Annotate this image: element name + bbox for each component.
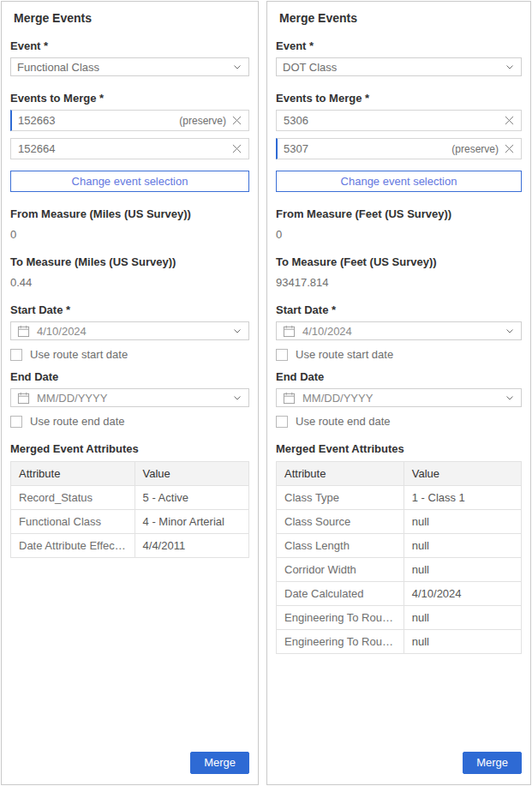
end-date-placeholder: MM/DD/YYYY: [302, 392, 505, 405]
merged-event-attributes-title: Merged Event Attributes: [10, 442, 249, 455]
value-cell: null: [403, 558, 521, 582]
preserve-tag: (preserve): [451, 143, 499, 155]
attribute-cell: Engineering To Route ...: [277, 630, 404, 654]
table-row: Class Length null: [277, 534, 522, 558]
attribute-cell: Corridor Width: [277, 558, 404, 582]
value-cell: null: [403, 606, 521, 630]
value-cell: 4/4/2011: [134, 534, 248, 558]
calendar-icon: [17, 392, 30, 405]
from-measure-label: From Measure (Feet (US Survey)): [276, 207, 522, 220]
chevron-down-icon: [505, 393, 515, 403]
merged-event-attributes-table: Attribute Value Class Type 1 - Class 1 C…: [276, 461, 522, 654]
events-to-merge-label: Events to Merge *: [10, 92, 249, 105]
page-title: Merge Events: [14, 11, 249, 25]
to-measure-label: To Measure (Feet (US Survey)): [276, 255, 522, 268]
events-to-merge-label: Events to Merge *: [276, 92, 522, 105]
chevron-down-icon: [505, 62, 515, 72]
attribute-column-header: Attribute: [277, 462, 404, 486]
merged-event-attributes-title: Merged Event Attributes: [276, 442, 522, 455]
end-date-picker[interactable]: MM/DD/YYYY: [10, 388, 249, 407]
remove-event-icon[interactable]: [232, 116, 242, 125]
event-id: 152663: [18, 114, 179, 127]
to-measure-value: 0.44: [10, 276, 249, 289]
remove-event-icon[interactable]: [232, 144, 242, 153]
calendar-icon: [283, 325, 296, 338]
use-route-start-date-label: Use route start date: [296, 348, 393, 361]
remove-event-icon[interactable]: [505, 144, 514, 153]
use-route-end-date-label: Use route end date: [30, 415, 125, 428]
merge-button[interactable]: Merge: [190, 752, 249, 774]
from-measure-label: From Measure (Miles (US Survey)): [10, 207, 249, 220]
value-cell: 4 - Minor Arterial: [134, 510, 248, 534]
chevron-down-icon: [232, 326, 242, 336]
value-cell: 1 - Class 1: [403, 486, 521, 510]
attribute-cell: Class Source: [277, 510, 404, 534]
event-label: Event *: [10, 39, 249, 52]
attribute-cell: Date Calculated: [277, 582, 404, 606]
event-to-merge-input[interactable]: 152664: [10, 138, 249, 159]
table-row: Engineering To RouteID null: [277, 606, 522, 630]
table-row: Record_Status 5 - Active: [11, 486, 249, 510]
value-column-header: Value: [403, 462, 521, 486]
value-cell: 5 - Active: [134, 486, 248, 510]
checkbox-icon: [10, 416, 22, 428]
use-route-end-date-label: Use route end date: [296, 415, 391, 428]
calendar-icon: [17, 325, 30, 338]
calendar-icon: [283, 392, 296, 405]
start-date-label: Start Date *: [276, 303, 522, 316]
change-event-selection-button[interactable]: Change event selection: [276, 171, 522, 192]
change-event-selection-button[interactable]: Change event selection: [10, 171, 249, 192]
to-measure-label: To Measure (Miles (US Survey)): [10, 255, 249, 268]
attribute-cell: Record_Status: [11, 486, 135, 510]
event-select[interactable]: Functional Class: [10, 57, 249, 76]
value-cell: null: [403, 534, 521, 558]
to-measure-value: 93417.814: [276, 276, 522, 289]
attribute-cell: Engineering To RouteID: [277, 606, 404, 630]
use-route-end-date-checkbox[interactable]: Use route end date: [10, 415, 249, 428]
attribute-cell: Functional Class: [11, 510, 135, 534]
checkbox-icon: [276, 416, 288, 428]
page-title: Merge Events: [279, 11, 522, 25]
event-to-merge-input[interactable]: 152663 (preserve): [10, 110, 249, 131]
value-column-header: Value: [134, 462, 248, 486]
table-header-row: Attribute Value: [11, 462, 249, 486]
attribute-cell: Class Type: [277, 486, 404, 510]
event-id: 5306: [284, 114, 505, 127]
chevron-down-icon: [505, 326, 515, 336]
merged-event-attributes-table: Attribute Value Record_Status 5 - Active…: [10, 461, 249, 558]
table-header-row: Attribute Value: [277, 462, 522, 486]
end-date-label: End Date: [276, 370, 522, 383]
merge-events-panel-functional-class: Merge Events Event * Functional Class Ev…: [1, 1, 259, 785]
event-id: 5307: [284, 142, 451, 155]
table-row: Functional Class 4 - Minor Arterial: [11, 510, 249, 534]
attribute-column-header: Attribute: [11, 462, 135, 486]
start-date-label: Start Date *: [10, 303, 249, 316]
event-select[interactable]: DOT Class: [276, 57, 522, 76]
use-route-start-date-label: Use route start date: [30, 348, 128, 361]
end-date-picker[interactable]: MM/DD/YYYY: [276, 388, 522, 407]
value-cell: null: [403, 510, 521, 534]
event-to-merge-input[interactable]: 5306: [276, 110, 522, 131]
checkbox-icon: [10, 349, 22, 361]
use-route-end-date-checkbox[interactable]: Use route end date: [276, 415, 522, 428]
use-route-start-date-checkbox[interactable]: Use route start date: [10, 348, 249, 361]
event-to-merge-input[interactable]: 5307 (preserve): [276, 138, 522, 159]
merge-events-panel-dot-class: Merge Events Event * DOT Class Events to…: [266, 1, 531, 785]
value-cell: 4/10/2024: [403, 582, 521, 606]
chevron-down-icon: [232, 393, 242, 403]
start-date-value: 4/10/2024: [302, 325, 505, 338]
end-date-placeholder: MM/DD/YYYY: [37, 392, 232, 405]
start-date-picker[interactable]: 4/10/2024: [276, 321, 522, 340]
attribute-cell: Class Length: [277, 534, 404, 558]
use-route-start-date-checkbox[interactable]: Use route start date: [276, 348, 522, 361]
start-date-picker[interactable]: 4/10/2024: [10, 321, 249, 340]
chevron-down-icon: [232, 62, 242, 72]
remove-event-icon[interactable]: [505, 116, 514, 125]
table-row: Date Calculated 4/10/2024: [277, 582, 522, 606]
table-row: Engineering To Route ... null: [277, 630, 522, 654]
event-select-value: DOT Class: [283, 61, 337, 74]
event-select-value: Functional Class: [17, 61, 99, 74]
merge-button[interactable]: Merge: [463, 752, 522, 774]
event-id: 152664: [18, 142, 232, 155]
attribute-cell: Date Attribute Effective: [11, 534, 135, 558]
